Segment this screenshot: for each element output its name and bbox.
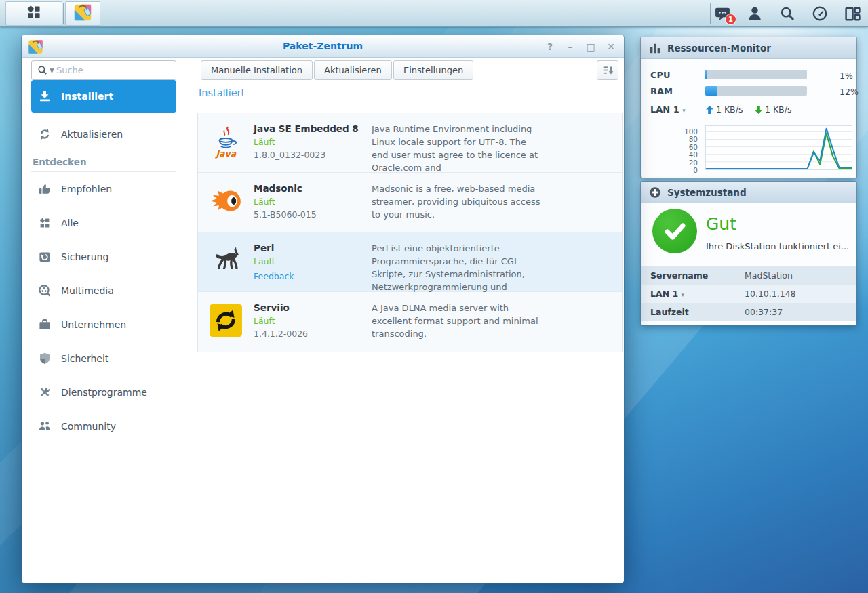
list-heading: Installiert [199, 87, 245, 98]
cpu-percent: 1% [840, 70, 853, 81]
perl-camel-icon [209, 244, 243, 278]
sidebar-item-label: Community [61, 421, 116, 432]
sidebar-item-dienstprogramme[interactable]: Dienstprogramme [31, 382, 176, 403]
lan-label: LAN 1 [650, 104, 679, 115]
main-menu-icon [25, 3, 43, 24]
y-tick-label: 40 [689, 150, 698, 159]
taskbar: 1 [0, 0, 868, 27]
sidebar-item-sicherheit[interactable]: Sicherheit [31, 348, 176, 369]
user-menu-button[interactable] [746, 5, 764, 22]
widget-title: Ressourcen-Monitor [667, 43, 771, 54]
package-status: Läuft [254, 137, 372, 147]
package-row-java[interactable]: Java Java SE Embedded 8 Läuft 1.8.0_0132… [198, 113, 622, 173]
minimize-button[interactable]: – [566, 42, 575, 52]
window-titlebar[interactable]: Paket-Zentrum ? – □ ✕ [22, 35, 624, 58]
sidebar-item-installiert[interactable]: Installiert [31, 80, 176, 113]
y-tick-label: 80 [689, 135, 698, 143]
down-arrow-icon [755, 106, 762, 114]
sidebar-item-aktualisieren[interactable]: Aktualisieren [31, 123, 176, 145]
lan-selector[interactable]: LAN 1 ▾ [650, 104, 686, 115]
resource-monitor-widget: Ressourcen-Monitor CPU 1% RAM 12% LAN 1 … [641, 37, 856, 178]
package-description: Perl ist eine objektorientierte Programm… [372, 243, 541, 293]
sidebar-item-alle[interactable]: Alle [31, 212, 176, 234]
table-row: LAN 1 ▾ 10.10.1.148 [641, 285, 856, 303]
package-name: Java SE Embedded 8 [254, 123, 372, 134]
cpu-label: CPU [650, 70, 671, 80]
search-button[interactable] [778, 5, 796, 22]
sidebar-item-unternehmen[interactable]: Unternehmen [31, 314, 176, 335]
window-title: Paket-Zentrum [22, 35, 624, 58]
briefcase-icon [38, 318, 52, 331]
search-box[interactable]: ▼ [31, 60, 176, 80]
row-label-lan[interactable]: LAN 1 ▾ [641, 289, 745, 299]
package-center-icon [73, 2, 93, 25]
lan-chart-svg [706, 126, 852, 169]
sidebar-item-label: Dienstprogramme [61, 387, 147, 398]
system-health-widget: Systemzustand Gut Ihre DiskStation funkt… [641, 182, 856, 325]
sort-button[interactable] [597, 60, 618, 80]
package-version: 1.4.1.2-0026 [254, 329, 372, 339]
table-row: Servername MadStation [641, 266, 856, 285]
package-row-perl[interactable]: Perl Läuft Feedback Perl ist eine objekt… [198, 232, 622, 292]
package-description: Madsonic is a free, web-based media stre… [372, 183, 541, 222]
cpu-bar-fill [705, 70, 707, 79]
sidebar-item-label: Empfohlen [61, 184, 112, 195]
desktop-background: 1 [0, 0, 868, 593]
search-icon [37, 65, 47, 75]
ram-percent: 12% [840, 87, 859, 97]
feedback-link[interactable]: Feedback [254, 271, 294, 281]
maximize-button[interactable]: □ [586, 42, 595, 52]
package-status: Läuft [254, 316, 372, 326]
lan-chart [705, 125, 852, 170]
taskbar-package-center-button[interactable] [65, 1, 100, 26]
download-text: 1 KB/s [765, 104, 791, 115]
ram-bar-fill [705, 86, 717, 96]
table-row: Laufzeit 00:37:37 [641, 303, 856, 321]
backup-icon [38, 250, 52, 264]
download-rate: 1 KB/s [755, 104, 791, 115]
package-row-serviio[interactable]: Serviio Läuft 1.4.1.2-0026 A Java DLNA m… [198, 292, 622, 352]
settings-button[interactable]: Einstellungen [393, 60, 473, 80]
search-input[interactable] [56, 65, 170, 75]
sidebar-divider [31, 171, 176, 172]
health-shield-icon [649, 186, 661, 199]
notifications-button[interactable]: 1 [713, 5, 731, 22]
row-label: Servername [641, 270, 745, 281]
gauge-icon [812, 5, 828, 22]
search-icon [779, 5, 795, 22]
pilot-view-button[interactable] [844, 5, 861, 22]
row-value: 00:37:37 [745, 307, 783, 317]
package-version: 1.8.0_0132-0023 [254, 150, 372, 160]
sidebar-item-sicherung[interactable]: Sicherung [31, 246, 176, 268]
main-menu-button[interactable] [5, 1, 62, 26]
manual-install-button[interactable]: Manuelle Installation [201, 60, 313, 80]
sidebar-item-label: Installiert [61, 91, 113, 102]
resource-monitor-button[interactable] [811, 5, 829, 22]
serviio-icon [209, 304, 243, 338]
sort-icon [602, 64, 614, 76]
system-health-header[interactable]: Systemzustand [641, 182, 856, 203]
resource-monitor-header[interactable]: Ressourcen-Monitor [641, 37, 856, 59]
status-text: Gut [706, 214, 736, 234]
sidebar-item-empfohlen[interactable]: Empfohlen [31, 178, 176, 200]
package-row-madsonic[interactable]: Madsonic Läuft 5.1-B5060-015 Madsonic is… [198, 173, 622, 232]
package-name: Perl [254, 243, 372, 253]
tools-icon [38, 386, 52, 399]
row-label: Laufzeit [641, 307, 745, 317]
update-button[interactable]: Aktualisieren [314, 60, 392, 80]
sidebar-item-label: Multimedia [61, 285, 114, 296]
sidebar-item-multimedia[interactable]: Multimedia [31, 280, 176, 302]
package-list: Java Java SE Embedded 8 Läuft 1.8.0_0132… [197, 113, 623, 352]
help-button[interactable]: ? [545, 42, 555, 52]
film-reel-icon [38, 284, 52, 298]
widget-title: Systemzustand [667, 187, 747, 198]
row-value: MadStation [745, 270, 793, 281]
sidebar-item-community[interactable]: Community [31, 415, 176, 437]
package-center-window: Paket-Zentrum ? – □ ✕ ▼ [22, 35, 624, 583]
up-arrow-icon [706, 106, 713, 114]
close-button[interactable]: ✕ [606, 42, 616, 52]
package-name: Madsonic [254, 183, 372, 194]
notification-badge: 1 [726, 14, 736, 24]
user-icon [747, 5, 763, 22]
y-tick-label: 0 [693, 166, 698, 174]
